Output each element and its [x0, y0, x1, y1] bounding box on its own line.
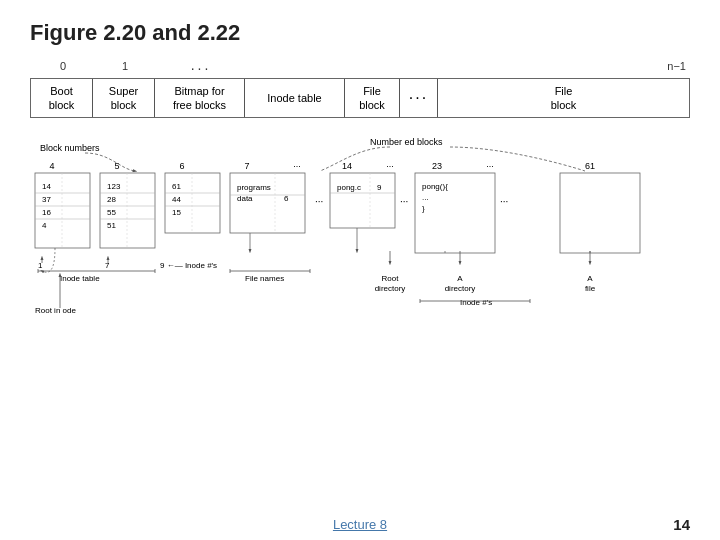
boot-block: Bootblock	[31, 79, 93, 117]
bitmap-block: Bitmap forfree blocks	[155, 79, 245, 117]
svg-text:6: 6	[284, 194, 289, 203]
svg-text:A: A	[587, 274, 593, 283]
svg-text:file: file	[585, 284, 596, 293]
svg-text:55: 55	[107, 208, 116, 217]
fs-blocks-row: Bootblock Superblock Bitmap forfree bloc…	[30, 78, 690, 118]
svg-text:5: 5	[114, 161, 119, 171]
svg-text:61: 61	[585, 161, 595, 171]
block-num-0: 0	[32, 60, 94, 76]
inode-table-block: Inode table	[245, 79, 345, 117]
svg-text:Root: Root	[382, 274, 400, 283]
svg-text:directory: directory	[445, 284, 476, 293]
block-num-n1: n−1	[246, 60, 690, 76]
file-block-2: Fileblock	[438, 79, 689, 117]
svg-text:61: 61	[172, 182, 181, 191]
slide-title: Figure 2.20 and 2.22	[30, 20, 690, 46]
svg-text:Root in ode: Root in ode	[35, 306, 76, 315]
svg-text:44: 44	[172, 195, 181, 204]
svg-text:4: 4	[49, 161, 54, 171]
block-num-dots: ···	[156, 60, 246, 76]
svg-rect-44	[330, 173, 395, 228]
svg-text:6: 6	[179, 161, 184, 171]
super-block: Superblock	[93, 79, 155, 117]
dots-block: ···	[400, 79, 438, 117]
svg-text:···: ···	[293, 161, 301, 171]
numbered-blocks-label: Number ed blocks	[370, 137, 443, 147]
svg-text:pong(){: pong(){	[422, 182, 448, 191]
svg-text:14: 14	[342, 161, 352, 171]
inode-diagram-svg: Block numbers Number ed blocks 4 5	[30, 128, 690, 388]
svg-text:23: 23	[432, 161, 442, 171]
svg-text:···: ···	[400, 196, 408, 207]
svg-text:15: 15	[172, 208, 181, 217]
svg-text:14: 14	[42, 182, 51, 191]
svg-text:programs: programs	[237, 183, 271, 192]
bottom-diagram: Block numbers Number ed blocks 4 5	[30, 128, 690, 388]
footer-page-number: 14	[673, 516, 690, 533]
svg-text:Inode table: Inode table	[60, 274, 100, 283]
svg-text:···: ···	[486, 161, 494, 171]
svg-text:Inode #'s: Inode #'s	[460, 298, 492, 307]
svg-text:28: 28	[107, 195, 116, 204]
slide-container: Figure 2.20 and 2.22 0 1 ··· n−1 Bootblo…	[0, 0, 720, 540]
svg-text:16: 16	[42, 208, 51, 217]
svg-text:···: ···	[386, 161, 394, 171]
svg-text:51: 51	[107, 221, 116, 230]
svg-text:File names: File names	[245, 274, 284, 283]
svg-text:A: A	[457, 274, 463, 283]
block-numbers-label: Block numbers	[40, 143, 100, 153]
svg-text:123: 123	[107, 182, 121, 191]
svg-text:9: 9	[377, 183, 382, 192]
svg-text:}: }	[422, 204, 425, 213]
svg-rect-37	[230, 173, 305, 233]
svg-text:pong.c: pong.c	[337, 183, 361, 192]
svg-rect-57	[560, 173, 640, 253]
file-block-1: Fileblock	[345, 79, 400, 117]
svg-text:data: data	[237, 194, 253, 203]
svg-text:directory: directory	[375, 284, 406, 293]
svg-text:7: 7	[244, 161, 249, 171]
svg-text:37: 37	[42, 195, 51, 204]
footer-lecture-label: Lecture 8	[333, 517, 387, 532]
svg-text:9 ←— Inode #'s: 9 ←— Inode #'s	[160, 261, 217, 270]
svg-text:···: ···	[500, 196, 508, 207]
svg-text:···: ···	[315, 196, 323, 207]
fs-diagram: 0 1 ··· n−1 Bootblock Superblock Bitmap …	[30, 60, 690, 118]
svg-text:...: ...	[422, 193, 429, 202]
svg-text:7: 7	[105, 261, 110, 270]
block-num-1: 1	[94, 60, 156, 76]
svg-text:4: 4	[42, 221, 47, 230]
